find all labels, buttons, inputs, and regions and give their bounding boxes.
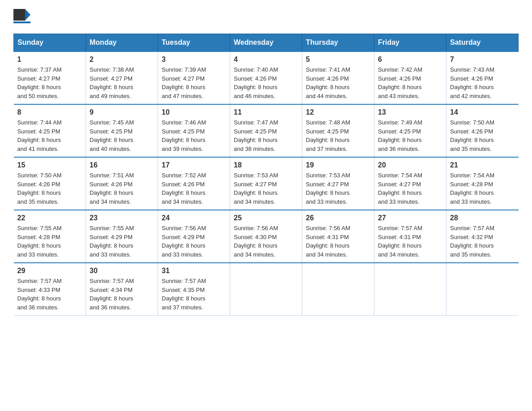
week-row-4: 22 Sunrise: 7:55 AMSunset: 4:28 PMDaylig… — [14, 210, 519, 263]
day-number: 12 — [306, 108, 370, 116]
calendar-cell: 20 Sunrise: 7:54 AMSunset: 4:27 PMDaylig… — [374, 157, 446, 210]
day-info: Sunrise: 7:43 AMSunset: 4:26 PMDaylight:… — [450, 65, 515, 100]
day-info: Sunrise: 7:57 AMSunset: 4:33 PMDaylight:… — [17, 277, 82, 312]
day-number: 14 — [450, 108, 515, 116]
calendar-cell — [302, 263, 374, 316]
logo-icon — [13, 9, 30, 29]
calendar-cell: 17 Sunrise: 7:52 AMSunset: 4:26 PMDaylig… — [158, 157, 230, 210]
day-info: Sunrise: 7:40 AMSunset: 4:26 PMDaylight:… — [234, 65, 298, 100]
calendar-cell: 13 Sunrise: 7:49 AMSunset: 4:25 PMDaylig… — [374, 104, 446, 157]
day-number: 22 — [17, 214, 82, 222]
svg-rect-0 — [13, 9, 25, 21]
col-header-thursday: Thursday — [302, 34, 374, 52]
col-header-saturday: Saturday — [446, 34, 519, 52]
day-number: 3 — [162, 56, 226, 64]
day-info: Sunrise: 7:44 AMSunset: 4:25 PMDaylight:… — [17, 118, 82, 153]
calendar-table: SundayMondayTuesdayWednesdayThursdayFrid… — [13, 34, 519, 316]
day-info: Sunrise: 7:55 AMSunset: 4:29 PMDaylight:… — [90, 224, 154, 259]
calendar-cell: 1 Sunrise: 7:37 AMSunset: 4:27 PMDayligh… — [14, 51, 86, 104]
day-number: 2 — [90, 56, 154, 64]
col-header-monday: Monday — [86, 34, 158, 52]
calendar-cell: 24 Sunrise: 7:56 AMSunset: 4:29 PMDaylig… — [158, 210, 230, 263]
day-info: Sunrise: 7:56 AMSunset: 4:29 PMDaylight:… — [162, 224, 226, 259]
calendar-cell: 25 Sunrise: 7:56 AMSunset: 4:30 PMDaylig… — [230, 210, 302, 263]
day-info: Sunrise: 7:50 AMSunset: 4:26 PMDaylight:… — [450, 118, 515, 153]
logo — [13, 9, 32, 29]
calendar-cell: 7 Sunrise: 7:43 AMSunset: 4:26 PMDayligh… — [446, 51, 519, 104]
calendar-cell: 12 Sunrise: 7:48 AMSunset: 4:25 PMDaylig… — [302, 104, 374, 157]
calendar-cell — [446, 263, 519, 316]
calendar-cell: 4 Sunrise: 7:40 AMSunset: 4:26 PMDayligh… — [230, 51, 302, 104]
day-number: 9 — [90, 108, 154, 116]
day-info: Sunrise: 7:54 AMSunset: 4:27 PMDaylight:… — [378, 171, 442, 206]
day-number: 30 — [90, 267, 154, 275]
day-number: 6 — [378, 56, 442, 64]
day-info: Sunrise: 7:57 AMSunset: 4:34 PMDaylight:… — [90, 277, 154, 312]
day-info: Sunrise: 7:38 AMSunset: 4:27 PMDaylight:… — [90, 65, 154, 100]
week-row-3: 15 Sunrise: 7:50 AMSunset: 4:26 PMDaylig… — [14, 157, 519, 210]
week-row-5: 29 Sunrise: 7:57 AMSunset: 4:33 PMDaylig… — [14, 263, 519, 316]
calendar-cell: 30 Sunrise: 7:57 AMSunset: 4:34 PMDaylig… — [86, 263, 158, 316]
calendar-cell: 14 Sunrise: 7:50 AMSunset: 4:26 PMDaylig… — [446, 104, 519, 157]
day-number: 15 — [17, 161, 82, 169]
calendar-cell: 21 Sunrise: 7:54 AMSunset: 4:28 PMDaylig… — [446, 157, 519, 210]
day-number: 5 — [306, 56, 370, 64]
calendar-cell: 9 Sunrise: 7:45 AMSunset: 4:25 PMDayligh… — [86, 104, 158, 157]
day-number: 16 — [90, 161, 154, 169]
day-info: Sunrise: 7:46 AMSunset: 4:25 PMDaylight:… — [162, 118, 226, 153]
day-info: Sunrise: 7:41 AMSunset: 4:26 PMDaylight:… — [306, 65, 370, 100]
calendar-cell: 18 Sunrise: 7:53 AMSunset: 4:27 PMDaylig… — [230, 157, 302, 210]
day-info: Sunrise: 7:42 AMSunset: 4:26 PMDaylight:… — [378, 65, 442, 100]
day-info: Sunrise: 7:57 AMSunset: 4:31 PMDaylight:… — [378, 224, 442, 259]
day-info: Sunrise: 7:57 AMSunset: 4:32 PMDaylight:… — [450, 224, 515, 259]
svg-rect-2 — [13, 21, 30, 23]
calendar-cell: 11 Sunrise: 7:47 AMSunset: 4:25 PMDaylig… — [230, 104, 302, 157]
day-number: 4 — [234, 56, 298, 64]
calendar-cell: 16 Sunrise: 7:51 AMSunset: 4:26 PMDaylig… — [86, 157, 158, 210]
col-header-sunday: Sunday — [14, 34, 86, 52]
day-info: Sunrise: 7:48 AMSunset: 4:25 PMDaylight:… — [306, 118, 370, 153]
day-number: 23 — [90, 214, 154, 222]
day-number: 19 — [306, 161, 370, 169]
day-info: Sunrise: 7:37 AMSunset: 4:27 PMDaylight:… — [17, 65, 82, 100]
week-row-1: 1 Sunrise: 7:37 AMSunset: 4:27 PMDayligh… — [14, 51, 519, 104]
day-info: Sunrise: 7:56 AMSunset: 4:30 PMDaylight:… — [234, 224, 298, 259]
calendar-cell: 28 Sunrise: 7:57 AMSunset: 4:32 PMDaylig… — [446, 210, 519, 263]
day-number: 21 — [450, 161, 515, 169]
day-number: 20 — [378, 161, 442, 169]
calendar-cell — [230, 263, 302, 316]
day-number: 31 — [162, 267, 226, 275]
calendar-cell: 19 Sunrise: 7:53 AMSunset: 4:27 PMDaylig… — [302, 157, 374, 210]
day-info: Sunrise: 7:53 AMSunset: 4:27 PMDaylight:… — [234, 171, 298, 206]
calendar-cell: 23 Sunrise: 7:55 AMSunset: 4:29 PMDaylig… — [86, 210, 158, 263]
calendar-cell: 5 Sunrise: 7:41 AMSunset: 4:26 PMDayligh… — [302, 51, 374, 104]
calendar-cell: 8 Sunrise: 7:44 AMSunset: 4:25 PMDayligh… — [14, 104, 86, 157]
calendar-cell: 29 Sunrise: 7:57 AMSunset: 4:33 PMDaylig… — [14, 263, 86, 316]
day-info: Sunrise: 7:45 AMSunset: 4:25 PMDaylight:… — [90, 118, 154, 153]
calendar-cell: 6 Sunrise: 7:42 AMSunset: 4:26 PMDayligh… — [374, 51, 446, 104]
calendar-cell — [374, 263, 446, 316]
day-info: Sunrise: 7:52 AMSunset: 4:26 PMDaylight:… — [162, 171, 226, 206]
day-info: Sunrise: 7:54 AMSunset: 4:28 PMDaylight:… — [450, 171, 515, 206]
day-number: 13 — [378, 108, 442, 116]
col-header-tuesday: Tuesday — [158, 34, 230, 52]
calendar-cell: 26 Sunrise: 7:56 AMSunset: 4:31 PMDaylig… — [302, 210, 374, 263]
day-number: 7 — [450, 56, 515, 64]
day-info: Sunrise: 7:56 AMSunset: 4:31 PMDaylight:… — [306, 224, 370, 259]
day-info: Sunrise: 7:50 AMSunset: 4:26 PMDaylight:… — [17, 171, 82, 206]
svg-marker-1 — [25, 9, 30, 21]
day-info: Sunrise: 7:53 AMSunset: 4:27 PMDaylight:… — [306, 171, 370, 206]
day-number: 10 — [162, 108, 226, 116]
page-header — [13, 9, 519, 29]
week-row-2: 8 Sunrise: 7:44 AMSunset: 4:25 PMDayligh… — [14, 104, 519, 157]
day-info: Sunrise: 7:51 AMSunset: 4:26 PMDaylight:… — [90, 171, 154, 206]
col-header-wednesday: Wednesday — [230, 34, 302, 52]
day-number: 8 — [17, 108, 82, 116]
calendar-cell: 22 Sunrise: 7:55 AMSunset: 4:28 PMDaylig… — [14, 210, 86, 263]
day-number: 27 — [378, 214, 442, 222]
calendar-cell: 2 Sunrise: 7:38 AMSunset: 4:27 PMDayligh… — [86, 51, 158, 104]
day-info: Sunrise: 7:49 AMSunset: 4:25 PMDaylight:… — [378, 118, 442, 153]
day-info: Sunrise: 7:57 AMSunset: 4:35 PMDaylight:… — [162, 277, 226, 312]
day-number: 17 — [162, 161, 226, 169]
day-number: 11 — [234, 108, 298, 116]
